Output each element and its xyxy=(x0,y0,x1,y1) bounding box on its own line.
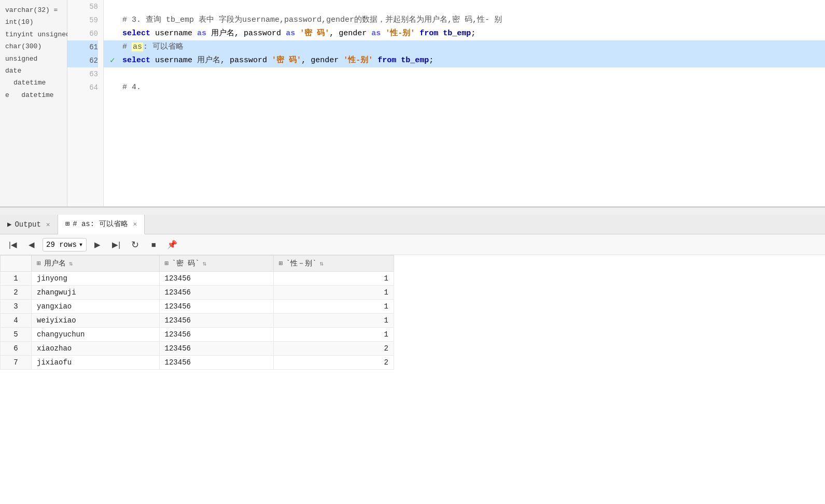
sort-icon-username[interactable]: ⇅ xyxy=(69,260,73,268)
cell-gender: 2 xyxy=(273,342,394,356)
kw-from-60: from xyxy=(420,27,438,40)
cell-password: 123456 xyxy=(159,342,273,356)
code-line-60: select username as 用户名, password as '密 码… xyxy=(104,27,825,40)
type-item: e datetime xyxy=(5,89,62,101)
refresh-button[interactable]: ↻ xyxy=(127,237,143,252)
cell-gender: 1 xyxy=(273,300,394,314)
space xyxy=(415,27,420,40)
field-password-62: password xyxy=(230,54,267,67)
cell-rownum: 3 xyxy=(1,300,32,314)
code-line-58 xyxy=(104,0,825,13)
tab-output-label: Output xyxy=(15,220,40,229)
col-header-gender[interactable]: ⊞ `性－别` ⇅ xyxy=(273,256,394,272)
cell-password: 123456 xyxy=(159,286,273,300)
first-page-button[interactable]: |◀ xyxy=(5,237,21,252)
last-page-button[interactable]: ▶| xyxy=(108,237,124,252)
space xyxy=(339,54,343,67)
table-tb-emp-60: tb_emp xyxy=(443,27,471,40)
space xyxy=(396,54,401,67)
comment-61: # as: 可以省略 xyxy=(122,40,184,54)
cell-gender: 1 xyxy=(273,272,394,286)
space xyxy=(373,54,377,67)
tab-as-close[interactable]: ✕ xyxy=(133,220,137,228)
field-gender-60: gender xyxy=(339,27,367,40)
alias-username-cn: 用户名, xyxy=(211,27,244,40)
cell-username: weiyixiao xyxy=(32,314,160,328)
string-gender-60: '性-别' xyxy=(385,27,415,40)
type-item: date xyxy=(5,65,62,77)
sort-icon-gender[interactable]: ⇅ xyxy=(319,260,323,268)
code-line-63 xyxy=(104,67,825,81)
prev-page-button[interactable]: ◀ xyxy=(24,237,39,252)
table-row: 6xiaozhao1234562 xyxy=(1,342,394,356)
line-number-59: 59 xyxy=(67,13,98,27)
field-gender-62: gender xyxy=(311,54,339,67)
editor-area: varchar(32) = int(10) tinyint unsigned c… xyxy=(0,0,825,207)
check-icon-62: ✓ xyxy=(110,54,120,67)
col-icon-password: ⊞ xyxy=(165,259,169,268)
line-number-62: 62 xyxy=(67,54,98,67)
semicolon-60: ; xyxy=(471,27,476,40)
string-gender-62: '性-别' xyxy=(343,54,373,67)
comment-64: # 4. xyxy=(122,81,141,94)
cell-username: xiaozhao xyxy=(32,342,160,356)
code-editor[interactable]: # 3. 查询 tb_emp 表中 字段为username,password,g… xyxy=(104,0,825,206)
cell-password: 123456 xyxy=(159,356,273,370)
table-row: 7jixiaofu1234562 xyxy=(1,356,394,370)
result-table-wrapper[interactable]: ⊞ 用户名 ⇅ ⊞ `密 码` ⇅ ⊞ xyxy=(0,255,825,504)
col-header-password[interactable]: ⊞ `密 码` ⇅ xyxy=(159,256,273,272)
cell-gender: 1 xyxy=(273,286,394,300)
left-sidebar: varchar(32) = int(10) tinyint unsigned c… xyxy=(0,0,67,206)
table-row: 2zhangwuji1234561 xyxy=(1,286,394,300)
space xyxy=(192,27,197,40)
cell-gender: 1 xyxy=(273,328,394,342)
kw-select-60: select xyxy=(122,27,150,40)
line-numbers: 58 59 60 61 62 63 64 xyxy=(67,0,104,206)
type-item: tinyint unsigned xyxy=(5,29,62,40)
col-label-username: 用户名 xyxy=(44,259,66,268)
tab-output[interactable]: ▶ Output ✕ xyxy=(0,215,58,234)
space xyxy=(295,27,300,40)
cell-gender: 2 xyxy=(273,356,394,370)
space xyxy=(367,27,371,40)
horizontal-scrollbar[interactable] xyxy=(0,207,825,215)
cn-alias-62a: 用户名, xyxy=(197,54,230,67)
comma: , xyxy=(329,27,339,40)
field-username-60: username xyxy=(155,27,192,40)
space xyxy=(150,54,155,67)
kw-from-62: from xyxy=(377,54,396,67)
col-icon-username: ⊞ xyxy=(37,259,41,268)
cell-rownum: 7 xyxy=(1,356,32,370)
col-header-rownum xyxy=(1,256,32,272)
space xyxy=(438,27,443,40)
tab-output-close[interactable]: ✕ xyxy=(46,220,50,229)
cell-username: jinyong xyxy=(32,272,160,286)
rows-dropdown[interactable]: 29 rows ▾ xyxy=(43,238,87,251)
next-page-button[interactable]: ▶ xyxy=(90,237,105,252)
cell-username: jixiaofu xyxy=(32,356,160,370)
stop-button[interactable]: ■ xyxy=(146,237,161,252)
sort-icon-password[interactable]: ⇅ xyxy=(203,260,206,268)
code-line-62: ✓ select username 用户名, password '密 码' , … xyxy=(104,54,825,67)
type-item: char(300) xyxy=(5,40,62,52)
bottom-panel: ▶ Output ✕ ⊞ # as: 可以省略 ✕ |◀ ◀ 29 rows ▾… xyxy=(0,215,825,504)
type-item: varchar(32) = xyxy=(5,4,62,16)
table-row: 1jinyong1234561 xyxy=(1,272,394,286)
result-toolbar: |◀ ◀ 29 rows ▾ ▶ ▶| ↻ ■ 📌 xyxy=(0,234,825,255)
output-tab-icon: ▶ xyxy=(7,220,11,229)
type-item: unsigned xyxy=(5,53,62,65)
field-password-60: password xyxy=(244,27,281,40)
line-number-58: 58 xyxy=(67,0,98,13)
cell-username: zhangwuji xyxy=(32,286,160,300)
col-header-username[interactable]: ⊞ 用户名 ⇅ xyxy=(32,256,160,272)
space xyxy=(381,27,385,40)
space xyxy=(206,27,211,40)
code-line-64: # 4. xyxy=(104,81,825,94)
table-row: 5changyuchun1234561 xyxy=(1,328,394,342)
pin-button[interactable]: 📌 xyxy=(164,237,180,252)
space xyxy=(150,27,155,40)
result-table: ⊞ 用户名 ⇅ ⊞ `密 码` ⇅ ⊞ xyxy=(0,255,394,370)
table-header-row: ⊞ 用户名 ⇅ ⊞ `密 码` ⇅ ⊞ xyxy=(1,256,394,272)
tabs-bar: ▶ Output ✕ ⊞ # as: 可以省略 ✕ xyxy=(0,215,825,234)
tab-as-query[interactable]: ⊞ # as: 可以省略 ✕ xyxy=(58,215,145,234)
